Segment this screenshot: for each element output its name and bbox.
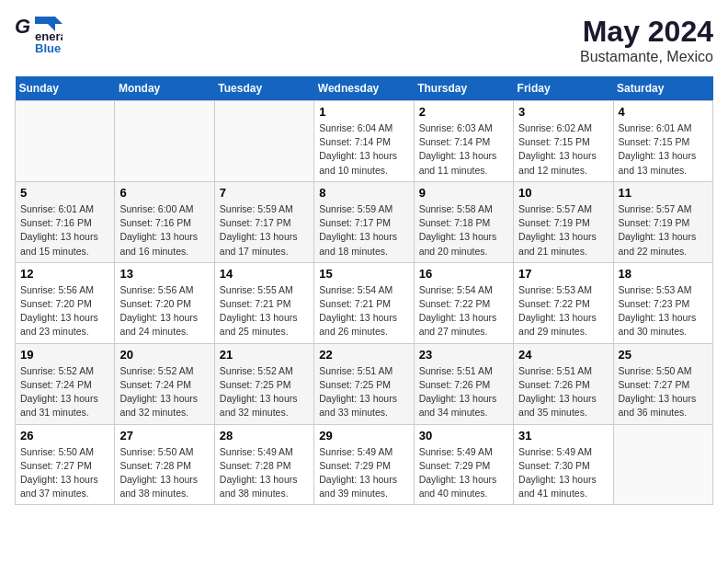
- day-info: Sunrise: 5:55 AMSunset: 7:21 PMDaylight:…: [220, 283, 309, 339]
- day-number: 8: [319, 186, 408, 200]
- day-info: Sunrise: 5:54 AMSunset: 7:22 PMDaylight:…: [419, 283, 508, 339]
- page-header: G eneral Blue May 2024 Bustamante, Mexic…: [15, 15, 713, 65]
- day-cell: 13Sunrise: 5:56 AMSunset: 7:20 PMDayligh…: [115, 262, 214, 343]
- day-cell: 26Sunrise: 5:50 AMSunset: 7:27 PMDayligh…: [16, 424, 115, 505]
- col-header-wednesday: Wednesday: [314, 76, 414, 101]
- week-row-2: 5Sunrise: 6:01 AMSunset: 7:16 PMDaylight…: [16, 181, 713, 262]
- day-number: 17: [518, 267, 608, 281]
- day-number: 6: [119, 186, 209, 200]
- day-cell: 4Sunrise: 6:01 AMSunset: 7:15 PMDaylight…: [613, 101, 712, 182]
- day-cell: 2Sunrise: 6:03 AMSunset: 7:14 PMDaylight…: [414, 101, 513, 182]
- day-cell: [16, 101, 115, 182]
- day-info: Sunrise: 6:01 AMSunset: 7:16 PMDaylight:…: [20, 202, 109, 259]
- day-cell: 16Sunrise: 5:54 AMSunset: 7:22 PMDayligh…: [414, 262, 513, 343]
- day-number: 22: [319, 348, 408, 362]
- day-number: 24: [518, 348, 608, 362]
- day-info: Sunrise: 5:56 AMSunset: 7:20 PMDaylight:…: [20, 283, 109, 339]
- day-info: Sunrise: 5:51 AMSunset: 7:26 PMDaylight:…: [518, 364, 608, 420]
- day-number: 23: [419, 348, 508, 362]
- day-cell: 11Sunrise: 5:57 AMSunset: 7:19 PMDayligh…: [613, 181, 712, 262]
- day-number: 26: [20, 429, 109, 442]
- day-number: 10: [518, 186, 608, 200]
- day-cell: 15Sunrise: 5:54 AMSunset: 7:21 PMDayligh…: [314, 262, 414, 343]
- calendar-table: SundayMondayTuesdayWednesdayThursdayFrid…: [15, 76, 713, 505]
- day-info: Sunrise: 5:50 AMSunset: 7:27 PMDaylight:…: [619, 364, 708, 420]
- day-cell: 22Sunrise: 5:51 AMSunset: 7:25 PMDayligh…: [314, 343, 414, 424]
- day-number: 29: [319, 429, 408, 442]
- day-cell: 5Sunrise: 6:01 AMSunset: 7:16 PMDaylight…: [16, 181, 115, 262]
- day-number: 2: [419, 105, 508, 119]
- logo-icon: G eneral Blue: [15, 15, 63, 53]
- title-block: May 2024 Bustamante, Mexico: [580, 15, 713, 65]
- day-cell: 19Sunrise: 5:52 AMSunset: 7:24 PMDayligh…: [16, 343, 115, 424]
- week-row-1: 1Sunrise: 6:04 AMSunset: 7:14 PMDaylight…: [16, 101, 713, 182]
- day-cell: 29Sunrise: 5:49 AMSunset: 7:29 PMDayligh…: [314, 424, 414, 505]
- day-info: Sunrise: 5:51 AMSunset: 7:25 PMDaylight:…: [319, 364, 408, 420]
- day-info: Sunrise: 5:50 AMSunset: 7:28 PMDaylight:…: [119, 445, 209, 501]
- day-cell: 20Sunrise: 5:52 AMSunset: 7:24 PMDayligh…: [115, 343, 214, 424]
- day-cell: 10Sunrise: 5:57 AMSunset: 7:19 PMDayligh…: [514, 181, 613, 262]
- col-header-sunday: Sunday: [16, 76, 115, 101]
- day-number: 27: [119, 429, 209, 442]
- day-info: Sunrise: 5:49 AMSunset: 7:28 PMDaylight:…: [220, 445, 309, 501]
- day-number: 31: [518, 429, 608, 442]
- day-cell: [214, 101, 313, 182]
- day-info: Sunrise: 6:02 AMSunset: 7:15 PMDaylight:…: [518, 121, 608, 178]
- day-info: Sunrise: 5:52 AMSunset: 7:25 PMDaylight:…: [220, 364, 309, 420]
- week-row-4: 19Sunrise: 5:52 AMSunset: 7:24 PMDayligh…: [16, 343, 713, 424]
- col-header-thursday: Thursday: [414, 76, 513, 101]
- day-info: Sunrise: 5:57 AMSunset: 7:19 PMDaylight:…: [518, 202, 608, 259]
- day-info: Sunrise: 5:59 AMSunset: 7:17 PMDaylight:…: [220, 202, 309, 259]
- svg-text:G: G: [15, 15, 30, 38]
- day-info: Sunrise: 5:53 AMSunset: 7:22 PMDaylight:…: [518, 283, 608, 339]
- day-cell: 9Sunrise: 5:58 AMSunset: 7:18 PMDaylight…: [414, 181, 513, 262]
- day-number: 3: [518, 105, 608, 119]
- day-cell: 1Sunrise: 6:04 AMSunset: 7:14 PMDaylight…: [314, 101, 414, 182]
- day-cell: 31Sunrise: 5:49 AMSunset: 7:30 PMDayligh…: [514, 424, 613, 505]
- col-header-friday: Friday: [514, 76, 613, 101]
- day-cell: 27Sunrise: 5:50 AMSunset: 7:28 PMDayligh…: [115, 424, 214, 505]
- day-number: 13: [119, 267, 209, 281]
- week-row-5: 26Sunrise: 5:50 AMSunset: 7:27 PMDayligh…: [16, 424, 713, 505]
- day-cell: 17Sunrise: 5:53 AMSunset: 7:22 PMDayligh…: [514, 262, 613, 343]
- col-header-saturday: Saturday: [613, 76, 712, 101]
- day-cell: [115, 101, 214, 182]
- day-info: Sunrise: 5:58 AMSunset: 7:18 PMDaylight:…: [419, 202, 508, 259]
- day-number: 25: [619, 348, 708, 362]
- svg-text:Blue: Blue: [35, 41, 61, 53]
- day-cell: 12Sunrise: 5:56 AMSunset: 7:20 PMDayligh…: [16, 262, 115, 343]
- day-cell: 30Sunrise: 5:49 AMSunset: 7:29 PMDayligh…: [414, 424, 513, 505]
- day-info: Sunrise: 5:57 AMSunset: 7:19 PMDaylight:…: [619, 202, 708, 259]
- day-number: 21: [220, 348, 309, 362]
- day-cell: 7Sunrise: 5:59 AMSunset: 7:17 PMDaylight…: [214, 181, 313, 262]
- day-info: Sunrise: 5:53 AMSunset: 7:23 PMDaylight:…: [619, 283, 708, 339]
- calendar-header-row: SundayMondayTuesdayWednesdayThursdayFrid…: [16, 76, 713, 101]
- day-info: Sunrise: 6:04 AMSunset: 7:14 PMDaylight:…: [319, 121, 408, 178]
- day-info: Sunrise: 6:03 AMSunset: 7:14 PMDaylight:…: [419, 121, 508, 178]
- day-number: 7: [220, 186, 309, 200]
- logo: G eneral Blue: [15, 15, 63, 57]
- col-header-tuesday: Tuesday: [214, 76, 313, 101]
- day-number: 14: [220, 267, 309, 281]
- day-number: 28: [220, 429, 309, 442]
- month-year-title: May 2024: [580, 15, 713, 49]
- day-cell: 3Sunrise: 6:02 AMSunset: 7:15 PMDaylight…: [514, 101, 613, 182]
- day-number: 30: [419, 429, 508, 442]
- day-number: 4: [619, 105, 708, 119]
- day-info: Sunrise: 5:49 AMSunset: 7:30 PMDaylight:…: [518, 445, 608, 501]
- day-info: Sunrise: 5:52 AMSunset: 7:24 PMDaylight:…: [119, 364, 209, 420]
- day-info: Sunrise: 5:54 AMSunset: 7:21 PMDaylight:…: [319, 283, 408, 339]
- day-info: Sunrise: 6:00 AMSunset: 7:16 PMDaylight:…: [119, 202, 209, 259]
- day-number: 11: [619, 186, 708, 200]
- day-cell: 21Sunrise: 5:52 AMSunset: 7:25 PMDayligh…: [214, 343, 313, 424]
- day-cell: 6Sunrise: 6:00 AMSunset: 7:16 PMDaylight…: [115, 181, 214, 262]
- day-number: 18: [619, 267, 708, 281]
- day-number: 15: [319, 267, 408, 281]
- day-info: Sunrise: 6:01 AMSunset: 7:15 PMDaylight:…: [619, 121, 708, 178]
- day-info: Sunrise: 5:52 AMSunset: 7:24 PMDaylight:…: [20, 364, 109, 420]
- week-row-3: 12Sunrise: 5:56 AMSunset: 7:20 PMDayligh…: [16, 262, 713, 343]
- day-info: Sunrise: 5:50 AMSunset: 7:27 PMDaylight:…: [20, 445, 109, 501]
- day-cell: 24Sunrise: 5:51 AMSunset: 7:26 PMDayligh…: [514, 343, 613, 424]
- day-info: Sunrise: 5:51 AMSunset: 7:26 PMDaylight:…: [419, 364, 508, 420]
- day-number: 12: [20, 267, 109, 281]
